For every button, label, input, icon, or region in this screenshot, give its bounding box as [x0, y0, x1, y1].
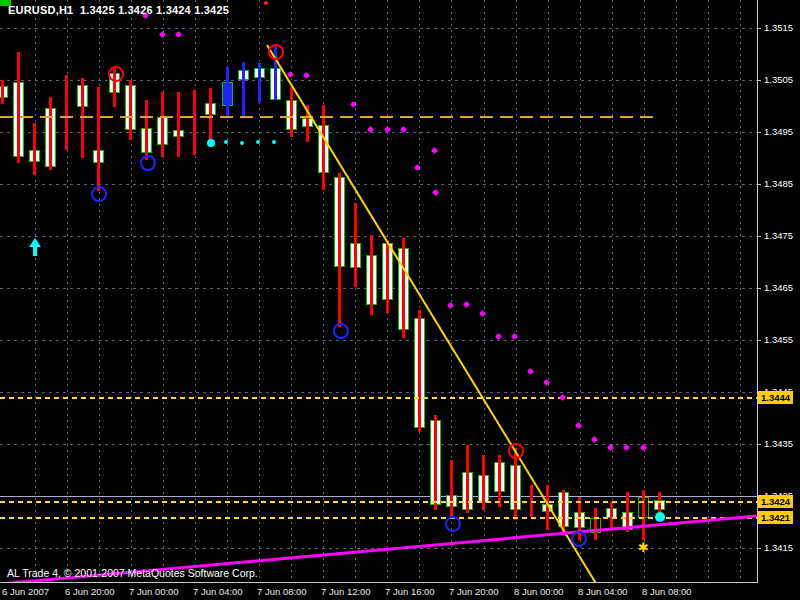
time-axis-label: 7 Jun 16:00	[385, 586, 435, 597]
price-axis-tick	[757, 236, 761, 237]
signal-circle-red	[108, 66, 124, 82]
signal-circle-blue	[571, 531, 587, 547]
price-badge: 1.3444	[758, 391, 793, 404]
time-axis-label: 8 Jun 08:00	[642, 586, 692, 597]
cyan-signal-dot	[207, 139, 215, 147]
trendline-yellow-descending[interactable]	[267, 45, 600, 582]
star-marker-icon: ✱	[638, 540, 649, 555]
time-axis-label: 7 Jun 04:00	[193, 586, 243, 597]
cyan-signal-dot	[240, 141, 244, 145]
price-axis-tick	[757, 80, 761, 81]
signal-circle-red	[268, 44, 284, 60]
time-axis-label: 8 Jun 00:00	[514, 586, 564, 597]
price-axis-tick	[757, 340, 761, 341]
signal-circle-blue	[91, 186, 107, 202]
price-axis-label: 1.3475	[764, 230, 793, 241]
cyan-signal-dot	[224, 140, 228, 144]
price-axis-label: 1.3415	[764, 542, 793, 553]
signal-circle-blue	[445, 516, 461, 532]
price-axis-label: 1.3455	[764, 334, 793, 345]
price-axis-label: 1.3435	[764, 438, 793, 449]
red-dot-marker	[264, 1, 268, 5]
time-axis-label: 6 Jun 2007	[2, 586, 49, 597]
mt4-chart-window: ✱ EURUSD,H1 1.3425 1.3426 1.3424 1.3425 …	[0, 0, 800, 600]
cyan-signal-dot	[272, 140, 276, 144]
price-axis-tick	[757, 444, 761, 445]
time-axis-label: 7 Jun 00:00	[129, 586, 179, 597]
chart-area[interactable]: ✱ EURUSD,H1 1.3425 1.3426 1.3424 1.3425 …	[0, 0, 758, 583]
time-axis-label: 7 Jun 08:00	[257, 586, 307, 597]
price-axis-tick	[757, 28, 761, 29]
price-axis-label: 1.3485	[764, 178, 793, 189]
price-axis-tick	[757, 288, 761, 289]
price-axis[interactable]: 1.35151.35051.34951.34851.34751.34651.34…	[758, 0, 800, 582]
price-axis-label: 1.3465	[764, 282, 793, 293]
time-axis-label: 7 Jun 12:00	[321, 586, 371, 597]
buy-arrow-icon	[33, 246, 37, 256]
price-axis-label: 1.3515	[764, 22, 793, 33]
time-axis[interactable]: 6 Jun 20076 Jun 20:007 Jun 00:007 Jun 04…	[0, 583, 800, 600]
price-axis-label: 1.3495	[764, 126, 793, 137]
trendlines-svg	[0, 0, 757, 582]
signal-circle-blue	[140, 155, 156, 171]
signal-circle-red	[508, 443, 524, 459]
time-axis-label: 7 Jun 20:00	[449, 586, 499, 597]
price-axis-tick	[757, 548, 761, 549]
copyright-text: AL Trade 4, © 2001-2007 MetaQuotes Softw…	[7, 567, 258, 579]
price-badge: 1.3421	[758, 511, 793, 524]
price-axis-tick	[757, 132, 761, 133]
cyan-signal-dot	[655, 512, 665, 522]
signal-circle-blue	[333, 323, 349, 339]
price-axis-label: 1.3505	[764, 74, 793, 85]
price-axis-tick	[757, 184, 761, 185]
cyan-signal-dot	[256, 140, 260, 144]
chart-title: EURUSD,H1 1.3425 1.3426 1.3424 1.3425	[8, 4, 229, 16]
time-axis-label: 6 Jun 20:00	[65, 586, 115, 597]
price-badge: 1.3424	[758, 495, 793, 508]
time-axis-label: 8 Jun 04:00	[578, 586, 628, 597]
